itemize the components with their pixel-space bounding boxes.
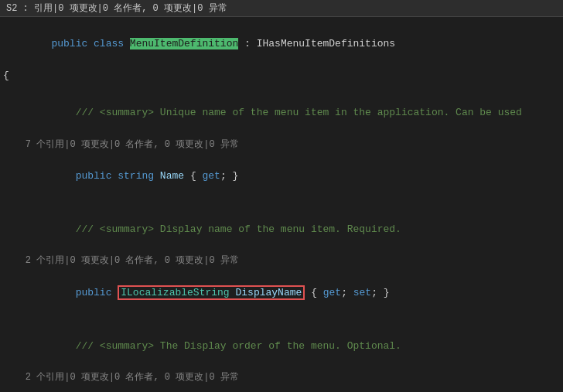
class-declaration-line: public class MenuItemDefinition : IHasMe… (0, 20, 563, 68)
colon-separator: : IHasMenuItemDefinitions (238, 38, 395, 49)
code-editor: S2 : 引用|0 项更改|0 名作者, 0 项更改|0 异常 public c… (0, 0, 563, 392)
comment-1: /// <summary> Unique name of the menu it… (51, 107, 522, 118)
displayname-type-highlighted: ILocalizableString DisplayName (118, 285, 305, 300)
refs-line-3: 2 个引用|0 项更改|0 名作者, 0 项更改|0 异常 (0, 370, 563, 386)
class-name: MenuItemDefinition (130, 38, 238, 49)
open-brace-line: { (0, 68, 563, 84)
top-bar-text: S2 : 引用|0 项更改|0 名作者, 0 项更改|0 异常 (6, 3, 227, 14)
comment-line-2: /// <summary> Display name of the menu i… (0, 206, 563, 254)
comment-line-1: /// <summary> Unique name of the menu it… (0, 89, 563, 137)
refs-line-2: 2 个引用|0 项更改|0 名作者, 0 项更改|0 异常 (0, 254, 563, 269)
refs-line-1: 7 个引用|0 项更改|0 名作者, 0 项更改|0 异常 (0, 138, 563, 153)
property-line-1: public string Name { get; } (0, 153, 563, 201)
property-line-3: public int Order { get; set; } (0, 386, 563, 392)
keyword-class: class (94, 38, 130, 49)
top-bar: S2 : 引用|0 项更改|0 名作者, 0 项更改|0 异常 (0, 0, 563, 17)
property-line-2: public ILocalizableString DisplayName { … (0, 269, 563, 317)
code-area: public class MenuItemDefinition : IHasMe… (0, 17, 563, 392)
keyword-public: public (51, 38, 94, 49)
comment-line-3: /// <summary> The Display order of the m… (0, 322, 563, 370)
